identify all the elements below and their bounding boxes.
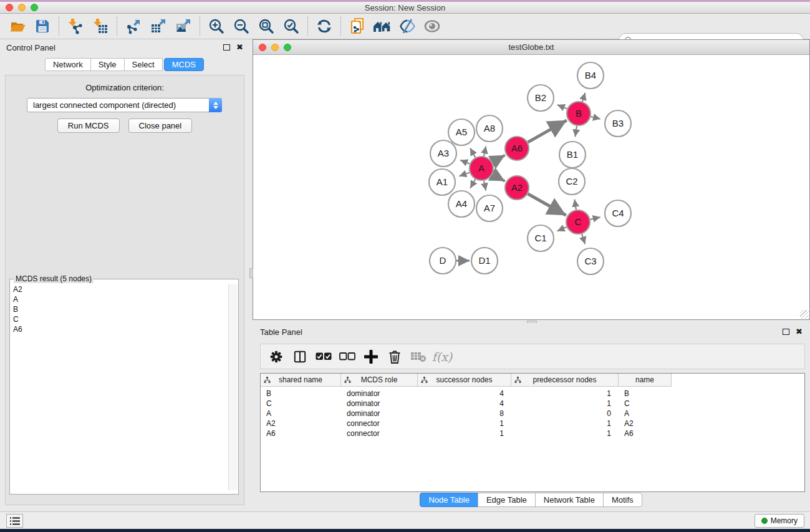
network-graph[interactable]: B4B2BB3A5A8A6A3B1AA1C2A2A4A7C4CC1DD1C3 [253,55,809,319]
show-task-history-button[interactable] [6,514,23,528]
table-cell[interactable]: 4 [418,389,511,399]
graph-node-C2[interactable]: C2 [559,168,585,195]
mcds-result-item[interactable]: A6 [11,324,229,334]
table-cell[interactable]: 4 [418,399,511,409]
graph-node-A5[interactable]: A5 [448,119,475,145]
table-cell[interactable]: C [619,399,672,409]
function-builder-button[interactable]: f(x) [432,346,453,367]
graph-edge-A-A1[interactable] [459,173,470,177]
close-panel-button[interactable]: Close panel [128,118,193,133]
column-header-name[interactable]: name [619,374,672,387]
graph-edge-C-C2[interactable] [574,200,576,210]
graph-edge-A-A4[interactable] [470,179,475,188]
graph-node-A4[interactable]: A4 [448,191,475,217]
table-cell[interactable]: dominator [341,389,418,399]
graph-node-C3[interactable]: C3 [577,248,604,274]
graph-edge-A-A3[interactable] [460,160,470,164]
window-resize-grip[interactable] [800,310,809,319]
first-neighbors-button[interactable] [370,15,395,37]
graph-node-C4[interactable]: C4 [605,200,631,226]
table-cell[interactable]: 1 [418,428,511,438]
tab-style[interactable]: Style [90,58,125,71]
export-table-button[interactable] [146,15,171,37]
table-cell[interactable]: connector [341,428,418,438]
graph-node-A6[interactable]: A6 [505,137,529,160]
unselect-all-columns-button[interactable] [337,346,358,367]
table-cell[interactable]: C [261,399,341,409]
graph-node-A1[interactable]: A1 [429,169,455,195]
import-table-button[interactable] [88,15,113,37]
table-cell[interactable]: A2 [261,418,341,428]
graph-edge-A6-B[interactable] [528,120,566,142]
column-header-predecessor-nodes[interactable]: predecessor nodes [511,374,619,387]
float-table-panel-icon[interactable] [783,329,789,335]
graph-edge-C-C1[interactable] [557,227,567,231]
tab-network-table[interactable]: Network Table [535,493,604,507]
select-all-columns-button[interactable] [313,346,334,367]
tab-select[interactable]: Select [124,58,163,71]
mcds-result-item[interactable]: C [11,314,229,324]
result-scrollbar[interactable] [228,284,238,490]
graph-edge-B-B3[interactable] [591,117,600,119]
splitter-grip-vertical[interactable] [249,268,253,278]
graph-node-A2[interactable]: A2 [505,176,529,200]
graph-node-B1[interactable]: B1 [559,142,586,168]
tab-motifs[interactable]: Motifs [603,493,642,507]
graph-node-B4[interactable]: B4 [577,62,604,89]
table-row[interactable]: A2connector11A2 [261,418,804,428]
float-panel-icon[interactable] [223,44,230,51]
table-cell[interactable]: A [261,409,341,418]
mcds-result-item[interactable]: B [11,304,229,314]
table-row[interactable]: A6connector11A6 [261,428,804,438]
table-cell[interactable]: connector [341,418,418,428]
graph-node-B[interactable]: B [567,102,591,125]
graph-edge-A-A2[interactable] [493,175,505,181]
close-panel-icon[interactable]: ✖ [236,44,243,51]
export-image-button[interactable] [171,15,196,37]
graph-edge-B-B1[interactable] [575,126,577,137]
open-file-button[interactable] [5,15,30,37]
graph-node-A3[interactable]: A3 [430,140,456,167]
optimization-criterion-dropdown[interactable]: largest connected component (directed) [27,98,222,112]
graph-node-A[interactable]: A [470,157,493,180]
column-header-mcds-role[interactable]: MCDS role [341,374,418,387]
memory-button[interactable]: Memory [755,514,804,528]
import-network-button[interactable] [63,15,88,37]
graph-node-A7[interactable]: A7 [476,195,503,221]
zoom-selected-button[interactable] [279,15,304,37]
mcds-result-item[interactable]: A2 [11,284,229,294]
delete-column-button[interactable] [384,346,405,367]
mcds-result-item[interactable]: A [11,294,229,304]
graph-edge-A-A8[interactable] [484,146,486,156]
tab-edge-table[interactable]: Edge Table [478,493,536,507]
graph-edge-A-A7[interactable] [484,181,486,191]
column-header-successor-nodes[interactable]: successor nodes [418,374,511,387]
tab-network[interactable]: Network [45,58,91,71]
table-cell[interactable]: 1 [418,418,511,428]
zoom-fit-button[interactable] [254,15,279,37]
column-header-shared-name[interactable]: shared name [261,374,341,387]
show-column-panel-button[interactable] [289,346,311,367]
zoom-out-button[interactable] [229,15,254,37]
zoom-in-button[interactable] [204,15,229,37]
table-cell[interactable]: 1 [511,389,619,399]
table-cell[interactable]: dominator [341,399,418,409]
table-cell[interactable]: A2 [619,418,672,428]
close-table-panel-icon[interactable]: ✖ [796,329,803,335]
save-session-button[interactable] [30,15,55,37]
show-graphics-details-button[interactable] [420,15,445,37]
hide-graphics-details-button[interactable] [395,15,420,37]
table-cell[interactable]: 1 [511,428,619,438]
table-cell[interactable]: A6 [619,428,672,438]
network-from-selection-button[interactable] [345,15,370,37]
table-cell[interactable]: A [619,409,672,418]
graph-node-A8[interactable]: A8 [476,115,503,142]
table-cell[interactable]: B [619,389,672,399]
network-canvas[interactable]: B4B2BB3A5A8A6A3B1AA1C2A2A4A7C4CC1DD1C3 [253,55,809,319]
table-cell[interactable]: 1 [511,399,619,409]
table-settings-button[interactable] [266,346,287,367]
graph-edge-C-C3[interactable] [582,234,585,244]
graph-edge-B-B2[interactable] [557,105,567,109]
graph-edge-A-A5[interactable] [470,148,475,157]
create-column-button[interactable] [360,346,382,367]
